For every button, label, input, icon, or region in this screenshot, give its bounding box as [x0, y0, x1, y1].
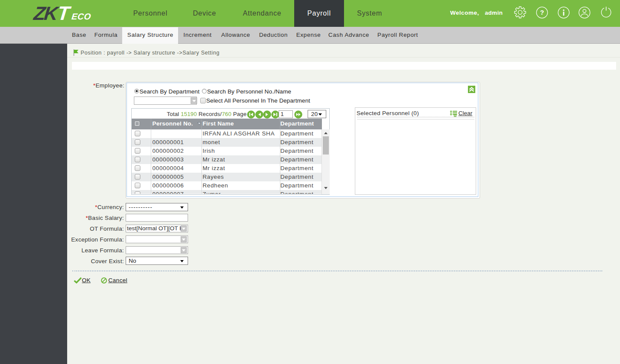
svg-text:?: ? — [540, 9, 544, 16]
